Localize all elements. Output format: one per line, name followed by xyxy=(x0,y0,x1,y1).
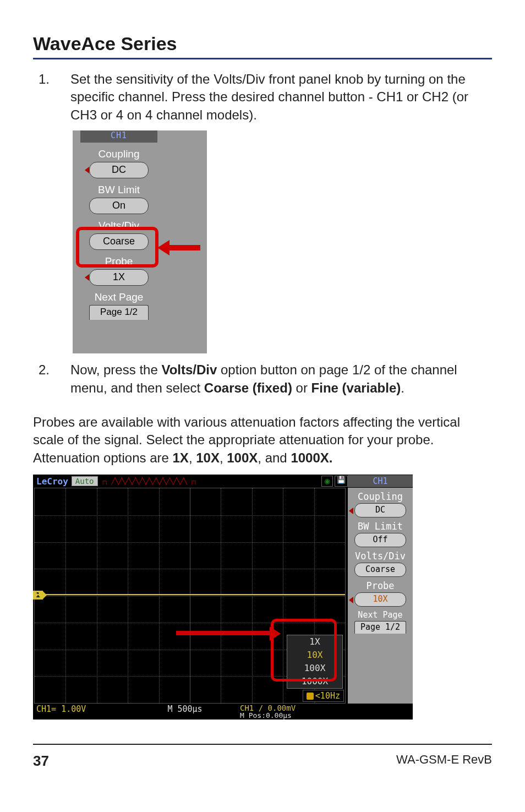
trig-line2: M Pos:0.00µs xyxy=(240,712,413,720)
side-value: 10X xyxy=(354,592,406,607)
side-value: Coarse xyxy=(354,563,406,577)
status-icon: ◉ xyxy=(321,476,333,487)
freq-readout: <10Hz xyxy=(303,690,344,702)
side-label: Probe xyxy=(348,580,413,591)
t: or xyxy=(292,380,311,395)
scope-topbar: LeCroy Auto ┌┐ ╱╲╱╲╱╲╱╲╱╲╱╲╱╲╱╲╱╲╱╲╱╲ ┌┐… xyxy=(33,475,413,488)
side-item-probe[interactable]: Probe 10X xyxy=(348,580,413,607)
side-value: Page 1/2 xyxy=(354,621,406,634)
save-icon[interactable]: 💾 xyxy=(335,476,348,487)
t: . xyxy=(401,380,404,395)
ch1-trace xyxy=(35,590,345,600)
menu-header: CH1 xyxy=(80,130,157,143)
side-item-voltsdiv[interactable]: Volts/Div Coarse xyxy=(348,551,413,577)
screenshot-scope: LeCroy Auto ┌┐ ╱╲╱╲╱╲╱╲╱╲╱╲╱╲╱╲╱╲╱╲╱╲ ┌┐… xyxy=(33,475,413,720)
j: , and xyxy=(258,450,291,465)
side-label: BW Limit xyxy=(348,521,413,532)
red-arrow-icon xyxy=(157,240,200,255)
timebase: M 500µs xyxy=(141,704,229,714)
side-menu-header: CH1 xyxy=(348,475,413,487)
menu-value: Page 1/2 xyxy=(89,305,149,320)
footer-rule xyxy=(33,744,492,745)
side-item-coupling[interactable]: Coupling DC xyxy=(348,491,413,517)
freq-icon xyxy=(307,693,314,700)
red-arrow-icon xyxy=(176,626,281,641)
scope-bottom-bar: CH1= 1.00V M 500µs CH1 / 0.00mV M Pos:0.… xyxy=(33,703,413,720)
screenshot-ch1-menu: CH1 Coupling DC BW Limit On Volts/Div Co… xyxy=(73,130,207,353)
footer-right: WA-GSM-E RevB xyxy=(396,753,492,770)
brand-label: LeCroy xyxy=(33,476,72,487)
scope-side-menu: Coupling DC BW Limit Off Volts/Div Coars… xyxy=(348,488,413,704)
step-2-text: Now, press the Volts/Div option button o… xyxy=(70,361,492,397)
side-value: DC xyxy=(354,503,406,517)
menu-value: 1X xyxy=(89,269,149,286)
menu-value: On xyxy=(89,198,149,214)
side-item-nextpage[interactable]: Next Page Page 1/2 xyxy=(348,610,413,634)
left-tri-icon xyxy=(85,167,89,173)
freq-value: <10Hz xyxy=(315,691,340,701)
step-1-text: Set the sensitivity of the Volts/Div fro… xyxy=(70,70,492,124)
menu-item-coupling[interactable]: Coupling DC xyxy=(80,148,157,178)
left-tri-icon xyxy=(349,508,353,514)
t-bold: Fine (variable) xyxy=(311,380,401,395)
menu-label: Coupling xyxy=(80,148,157,160)
page-number: 37 xyxy=(33,753,49,770)
waveform-preview-icon: ┌┐ ╱╲╱╲╱╲╱╲╱╲╱╲╱╲╱╲╱╲╱╲╱╲ ┌┐ xyxy=(98,477,320,485)
side-label: Next Page xyxy=(348,610,413,620)
page-title: WaveAce Series xyxy=(33,33,492,55)
menu-value: DC xyxy=(89,162,149,178)
side-label: Coupling xyxy=(348,491,413,502)
title-rule xyxy=(33,58,492,59)
paragraph-attenuation: Probes are available with various attenu… xyxy=(33,413,492,467)
menu-item-bwlimit[interactable]: BW Limit On xyxy=(80,184,157,214)
red-highlight-box xyxy=(271,619,337,682)
side-item-bwlimit[interactable]: BW Limit Off xyxy=(348,521,413,547)
left-tri-icon xyxy=(349,597,353,603)
step-2-number: 2. xyxy=(33,361,70,397)
j: , xyxy=(189,450,196,465)
t: Now, press the xyxy=(70,362,161,377)
menu-label: BW Limit xyxy=(80,184,157,196)
side-label: Volts/Div xyxy=(348,551,413,562)
opt: 10X xyxy=(196,450,220,465)
j: , xyxy=(220,450,227,465)
menu-label: Next Page xyxy=(80,291,157,303)
t-bold: Volts/Div xyxy=(161,362,217,377)
left-tri-icon xyxy=(85,274,89,281)
auto-button[interactable]: Auto xyxy=(72,476,98,486)
trig-readout: CH1 / 0.00mV M Pos:0.00µs xyxy=(229,704,413,720)
t-bold: Coarse (fixed) xyxy=(204,380,292,395)
opt: 1X xyxy=(173,450,189,465)
opt: 1000X. xyxy=(291,450,332,465)
side-value: Off xyxy=(354,533,406,547)
opt: 100X xyxy=(227,450,258,465)
menu-item-nextpage[interactable]: Next Page Page 1/2 xyxy=(80,291,157,320)
ch1-scale: CH1= 1.00V xyxy=(33,704,141,714)
red-highlight-box xyxy=(76,227,158,268)
step-1-number: 1. xyxy=(33,70,70,124)
